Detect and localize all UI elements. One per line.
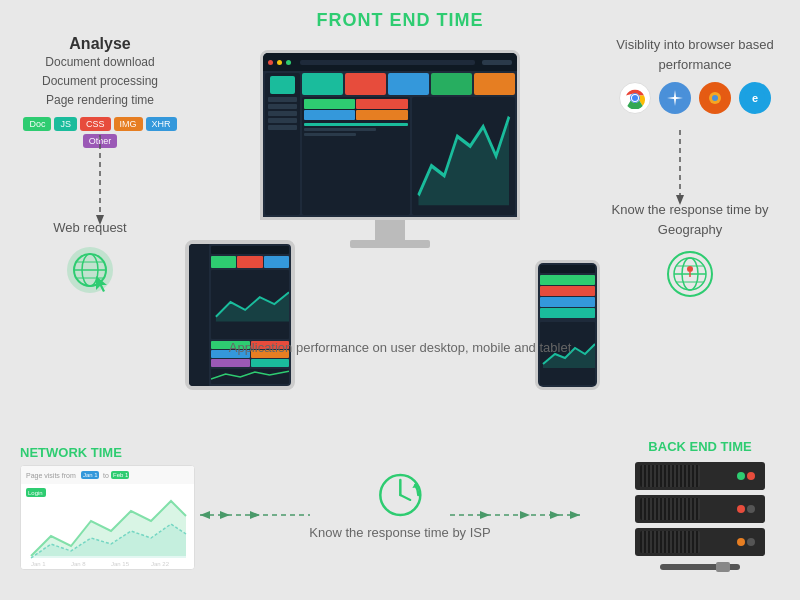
safari-icon (659, 82, 691, 114)
svg-text:Feb 1: Feb 1 (113, 472, 129, 478)
monitor (260, 50, 520, 248)
svg-line-46 (400, 495, 410, 500)
chrome-icon (619, 82, 651, 114)
svg-marker-25 (418, 117, 509, 205)
web-request-globe-icon (63, 243, 118, 298)
svg-marker-53 (200, 511, 210, 519)
svg-marker-59 (520, 511, 530, 519)
firefox-icon (699, 82, 731, 114)
rack-light-red-2 (737, 505, 745, 513)
isp-text: Know the response time by ISP (309, 525, 490, 540)
backend-title: BACK END TIME (620, 439, 780, 454)
rack-light-red (747, 472, 755, 480)
svg-text:to: to (103, 472, 109, 479)
svg-marker-26 (216, 292, 289, 321)
rack-light-gray (747, 505, 755, 513)
analyse-section: Analyse Document download Document proce… (20, 35, 180, 148)
svg-point-23 (687, 266, 693, 272)
svg-text:Jan 22: Jan 22 (151, 561, 170, 567)
ie-icon: e (739, 82, 771, 114)
svg-point-2 (632, 95, 638, 101)
server-rack-3 (635, 528, 765, 556)
visibility-text: Visiblity into browser based performance (610, 35, 780, 74)
isp-section: Know the response time by ISP (309, 470, 490, 540)
network-title: NETWORK TIME (20, 445, 195, 460)
svg-text:Page visits from: Page visits from (26, 472, 76, 480)
backend-section: BACK END TIME (620, 439, 780, 570)
tag-6: Other (83, 134, 118, 148)
rack-light-gray-2 (747, 538, 755, 546)
analyse-items: Document download Document processing Pa… (20, 53, 180, 111)
rack-light-green (737, 472, 745, 480)
rack-slider (660, 564, 740, 570)
svg-marker-55 (570, 511, 580, 519)
svg-text:Jan 15: Jan 15 (111, 561, 130, 567)
network-section: NETWORK TIME Page visits from Jan 1 to F… (20, 445, 195, 570)
analyse-heading: Analyse (20, 35, 180, 53)
tag-2: JS (54, 117, 77, 131)
geography-globe-icon (663, 247, 718, 302)
analyse-tags: Doc JS CSS IMG XHR Other (20, 117, 180, 148)
tag-5: XHR (146, 117, 177, 131)
server-rack-1 (635, 462, 765, 490)
svg-text:Login: Login (28, 490, 43, 496)
svg-marker-60 (550, 511, 560, 519)
svg-text:Jan 1: Jan 1 (83, 472, 98, 478)
phone (535, 260, 600, 390)
server-rack-2 (635, 495, 765, 523)
svg-text:e: e (752, 92, 758, 104)
browser-icons: e (610, 82, 780, 114)
geography-text: Know the response time by Geography (600, 200, 780, 239)
rack-light-orange (737, 538, 745, 546)
network-chart: Page visits from Jan 1 to Feb 1 Login Ja… (20, 465, 195, 570)
geography-section: Know the response time by Geography (600, 200, 780, 302)
svg-text:Jan 1: Jan 1 (31, 561, 46, 567)
svg-text:Jan 8: Jan 8 (71, 561, 86, 567)
tablet (185, 240, 295, 390)
clock-icon (375, 470, 425, 520)
web-request-section: Web request (30, 220, 150, 298)
svg-marker-56 (250, 511, 260, 519)
tag-4: IMG (114, 117, 143, 131)
visibility-section: Visiblity into browser based performance (610, 35, 780, 114)
svg-marker-57 (220, 511, 230, 519)
tag-1: Doc (23, 117, 51, 131)
devices-caption: Application performance on user desktop,… (229, 340, 572, 355)
monitor-screen (260, 50, 520, 220)
web-request-label: Web request (30, 220, 150, 235)
svg-point-7 (712, 95, 718, 101)
tag-3: CSS (80, 117, 111, 131)
